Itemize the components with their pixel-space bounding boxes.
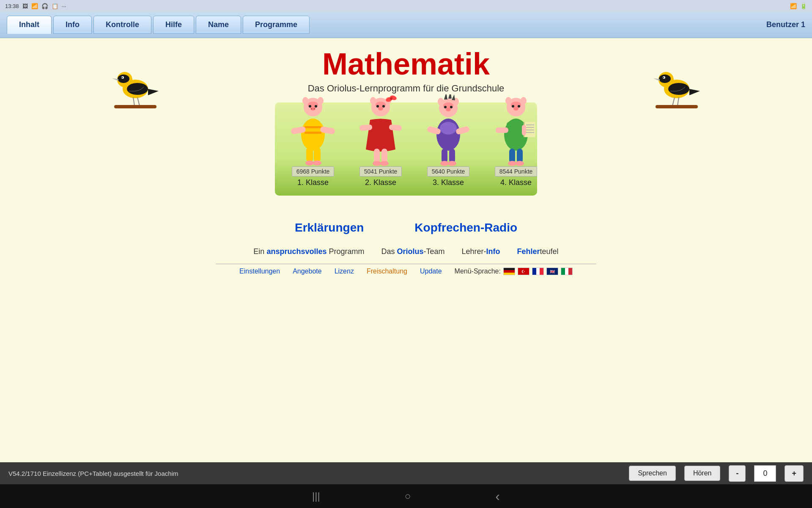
svg-line-7: [133, 97, 134, 106]
svg-point-23: [311, 108, 313, 110]
pig-1-svg: [288, 94, 338, 166]
fehler-link[interactable]: Fehler: [517, 247, 540, 256]
ein-text: Ein anspruchsvolles Programm: [253, 247, 364, 256]
android-nav: ||| ○ ‹: [0, 484, 812, 508]
photo-icon: 🖼: [22, 3, 28, 9]
svg-rect-85: [517, 149, 523, 163]
settings-bar: Einstellungen Angebote Lizenz Freischalt…: [239, 268, 573, 275]
svg-point-35: [313, 160, 321, 166]
klasse-4-item[interactable]: 8544 Punkte 4. Klasse: [482, 90, 550, 191]
bird-right: [651, 47, 702, 116]
svg-point-4: [122, 77, 123, 78]
lizenz-link[interactable]: Lizenz: [335, 268, 354, 275]
lehrer-text: Lehrer-Info: [462, 247, 500, 256]
app-title: Mathematik: [308, 47, 505, 81]
svg-point-45: [390, 97, 392, 100]
android-back-btn[interactable]: ‹: [495, 489, 500, 504]
svg-point-11: [659, 75, 671, 83]
pig-4-svg: [491, 94, 541, 166]
tab-programme[interactable]: Programme: [243, 16, 310, 34]
tab-hilfe[interactable]: Hilfe: [153, 16, 194, 34]
svg-point-56: [446, 108, 451, 111]
svg-point-41: [370, 97, 376, 105]
clipboard-icon: 📋: [52, 3, 58, 9]
svg-point-51: [380, 161, 389, 166]
license-text: V54.2/1710 Einzellizenz (PC+Tablet) ausg…: [8, 470, 620, 477]
svg-point-38: [376, 105, 379, 108]
links-section: Erklärungen Kopfrechen-Radio: [295, 221, 517, 235]
svg-rect-17: [656, 105, 698, 108]
svg-point-57: [438, 98, 444, 105]
svg-point-50: [373, 161, 381, 166]
svg-line-6: [137, 97, 140, 106]
update-link[interactable]: Update: [420, 268, 442, 275]
svg-rect-49: [381, 149, 387, 163]
svg-point-20: [309, 105, 311, 108]
dots-icon: ···: [62, 3, 66, 9]
svg-point-25: [302, 97, 308, 105]
oriolus-link[interactable]: Oriolus: [397, 247, 423, 256]
svg-point-55: [450, 106, 453, 108]
klasse-1-item[interactable]: 6968 Punkte 1. Klasse: [279, 90, 347, 191]
svg-point-72: [505, 97, 511, 105]
svg-point-66: [448, 161, 456, 166]
klasse-3-item[interactable]: 5640 Punkte 3. Klasse: [414, 90, 482, 191]
android-menu-btn[interactable]: |||: [312, 490, 320, 502]
freischaltung-link[interactable]: Freischaltung: [367, 268, 407, 275]
tab-info[interactable]: Info: [53, 16, 92, 34]
signal-icon: 📶: [31, 3, 38, 9]
svg-rect-28: [304, 126, 321, 128]
plus-button[interactable]: +: [785, 465, 804, 482]
flag-italian[interactable]: [561, 268, 573, 275]
bottom-bar: V54.2/1710 Einzellizenz (PC+Tablet) ausg…: [0, 462, 812, 484]
svg-rect-29: [304, 132, 321, 134]
klasse-2-item[interactable]: 5041 Punkte 2. Klasse: [347, 90, 414, 191]
status-bar: 13:38 🖼 📶 🎧 📋 ··· 📶 🔋: [0, 0, 812, 12]
divider: [216, 264, 596, 264]
svg-point-27: [301, 119, 325, 151]
einstellungen-link[interactable]: Einstellungen: [239, 268, 280, 275]
hoeren-button[interactable]: Hören: [684, 466, 721, 481]
main-content: Mathematik Das Oriolus-Lernprogramm für …: [0, 38, 812, 462]
kopfrechen-link[interactable]: Kopfrechen-Radio: [414, 221, 517, 235]
erklaerungen-link[interactable]: Erklärungen: [295, 221, 364, 235]
svg-point-86: [508, 161, 516, 166]
svg-point-73: [521, 97, 527, 105]
android-home-btn[interactable]: ○: [405, 490, 411, 502]
klasse-3-punkte: 5640 Punkte: [427, 166, 470, 177]
angebote-link[interactable]: Angebote: [293, 268, 322, 275]
klasse-2-punkte: 5041 Punkte: [359, 166, 402, 177]
flag-german[interactable]: [503, 268, 515, 275]
flag-french[interactable]: [532, 268, 544, 275]
tab-kontrolle[interactable]: Kontrolle: [93, 16, 151, 34]
svg-point-65: [440, 161, 449, 166]
header-text: Mathematik Das Oriolus-Lernprogramm für …: [308, 47, 505, 94]
svg-point-2: [118, 75, 129, 83]
svg-line-16: [678, 97, 679, 106]
svg-point-21: [315, 105, 317, 108]
pig-2-svg: [355, 94, 406, 166]
svg-point-13: [663, 77, 664, 78]
counter-display: 0: [754, 465, 776, 482]
svg-point-40: [378, 107, 383, 110]
svg-point-24: [314, 108, 315, 110]
menu-sprache: Menü-Sprache: ☪ 🇬🇧: [455, 268, 573, 275]
lehrer-info-link[interactable]: Info: [486, 247, 500, 256]
svg-rect-8: [114, 105, 156, 108]
sprechen-button[interactable]: Sprechen: [629, 466, 676, 481]
minus-button[interactable]: -: [729, 465, 746, 482]
tab-name[interactable]: Name: [196, 16, 241, 34]
tab-inhalt[interactable]: Inhalt: [7, 16, 52, 34]
klasse-3-label: 3. Klasse: [433, 178, 464, 187]
fehlerteufel-text: Fehlerteufel: [517, 247, 559, 256]
flag-uk[interactable]: 🇬🇧: [546, 268, 558, 275]
anspruchsvoll-link[interactable]: anspruchsvolles: [266, 247, 326, 256]
bird-left: [110, 47, 161, 116]
svg-rect-64: [449, 149, 455, 163]
svg-point-71: [513, 107, 518, 110]
klasse-1-label: 1. Klasse: [297, 178, 329, 187]
wifi-icon: 📶: [790, 3, 797, 9]
flag-turkish[interactable]: ☪: [518, 268, 529, 275]
klasse-landscape: 6968 Punkte 1. Klasse: [275, 102, 537, 196]
svg-rect-48: [374, 149, 380, 163]
